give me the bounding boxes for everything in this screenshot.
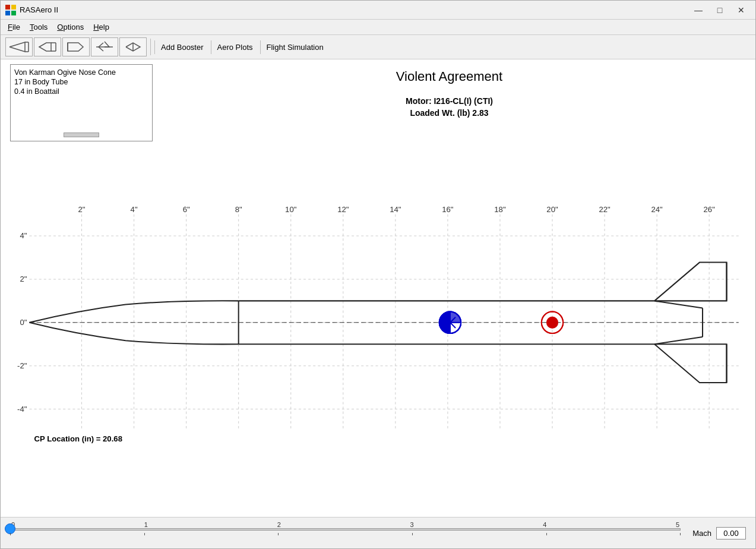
maximize-button[interactable]: □ [710, 3, 729, 17]
svg-text:24": 24" [651, 205, 663, 214]
svg-marker-11 [68, 43, 83, 51]
svg-text:2": 2" [78, 205, 86, 214]
aero-plots-btn[interactable]: Aero Plots [211, 40, 259, 54]
diagram-area: 2" 4" 6" 8" 10" 12" 14" 16" 18" 20" 22" … [5, 146, 751, 517]
boat-tail-btn[interactable] [62, 37, 90, 56]
fin-btn[interactable] [91, 37, 118, 56]
rocket-info-area: Von Karman Ogive Nose Cone 17 in Body Tu… [1, 59, 755, 146]
svg-rect-0 [5, 5, 10, 10]
main-content: Von Karman Ogive Nose Cone 17 in Body Tu… [1, 59, 755, 548]
svg-rect-3 [11, 11, 16, 15]
add-booster-btn[interactable]: Add Booster [154, 40, 210, 54]
mach-track[interactable] [10, 528, 681, 531]
svg-marker-7 [39, 43, 51, 51]
rocket-title-area: Violent Agreement Motor: I216-CL(I) (CTI… [153, 64, 746, 118]
svg-rect-1 [11, 5, 16, 10]
mach-tick-3: 3 [410, 521, 413, 528]
payload-btn[interactable] [119, 37, 147, 56]
nose-cone-btn[interactable] [5, 37, 33, 56]
svg-text:4": 4" [131, 205, 138, 214]
svg-text:22": 22" [599, 205, 611, 214]
close-button[interactable]: ✕ [732, 3, 751, 17]
part-item-2: 17 in Body Tube [14, 78, 148, 86]
svg-text:12": 12" [337, 205, 349, 214]
scrollbar-stub[interactable] [64, 132, 99, 137]
toolbar-sep-1 [150, 39, 151, 55]
svg-line-59 [654, 301, 703, 308]
svg-text:14": 14" [390, 205, 401, 214]
mach-slider-track-area: 0 1 2 3 4 5 [10, 521, 681, 545]
svg-text:CP Location (in) = 20.68: CP Location (in) = 20.68 [34, 434, 122, 443]
svg-text:0": 0" [20, 318, 27, 327]
menu-options[interactable]: Options [52, 21, 88, 33]
rocket-motor: Motor: I216-CL(I) (CTI) [153, 96, 746, 106]
window-controls: — □ ✕ [689, 3, 751, 17]
mach-tick-marks [10, 533, 681, 535]
menu-help[interactable]: Help [88, 21, 114, 33]
svg-text:2": 2" [20, 274, 27, 283]
parts-list-box: Von Karman Ogive Nose Cone 17 in Body Tu… [10, 64, 153, 141]
toolbar: Add Booster Aero Plots Flight Simulation [1, 35, 755, 59]
svg-rect-2 [5, 11, 10, 15]
body-tube-btn[interactable] [34, 37, 61, 56]
mach-tick-4: 4 [543, 521, 546, 528]
menubar: File Tools Options Help [1, 20, 755, 35]
rocket-weight: Loaded Wt. (lb) 2.83 [153, 108, 746, 118]
flight-simulation-btn[interactable]: Flight Simulation [260, 40, 330, 54]
bottom-bar: 0 1 2 3 4 5 [1, 517, 755, 548]
svg-text:26": 26" [704, 205, 716, 214]
svg-text:-2": -2" [17, 361, 27, 370]
part-item-1: Von Karman Ogive Nose Cone [14, 68, 148, 77]
rocket-name: Violent Agreement [153, 69, 746, 84]
mach-tick-2: 2 [277, 521, 281, 528]
window-title: RASAero II [20, 5, 689, 14]
svg-text:20": 20" [546, 205, 558, 214]
mach-label: Mach [692, 529, 711, 538]
titlebar: RASAero II — □ ✕ [1, 1, 755, 20]
mach-tick-1: 1 [144, 521, 148, 528]
svg-text:4": 4" [20, 231, 27, 240]
mach-tick-5: 5 [676, 521, 679, 528]
mach-value: 0.00 [716, 527, 746, 539]
mach-slider-container: 0 1 2 3 4 5 [10, 521, 746, 545]
svg-text:16": 16" [442, 205, 454, 214]
minimize-button[interactable]: — [689, 3, 708, 17]
menu-tools[interactable]: Tools [25, 21, 52, 33]
main-window: RASAero II — □ ✕ File Tools Options Help [0, 0, 756, 549]
svg-text:-4": -4" [17, 405, 27, 414]
svg-text:10": 10" [285, 205, 297, 214]
menu-file[interactable]: File [3, 21, 25, 33]
rocket-diagram-svg: 2" 4" 6" 8" 10" 12" 14" 16" 18" 20" 22" … [5, 146, 751, 517]
svg-text:18": 18" [494, 205, 506, 214]
mach-tick-labels: 0 1 2 3 4 5 [10, 521, 681, 528]
part-item-3: 0.4 in Boattail [14, 87, 148, 96]
svg-point-70 [546, 317, 558, 329]
app-icon [5, 5, 16, 15]
svg-text:6": 6" [183, 205, 190, 214]
svg-text:8": 8" [235, 205, 242, 214]
svg-line-60 [654, 337, 703, 344]
